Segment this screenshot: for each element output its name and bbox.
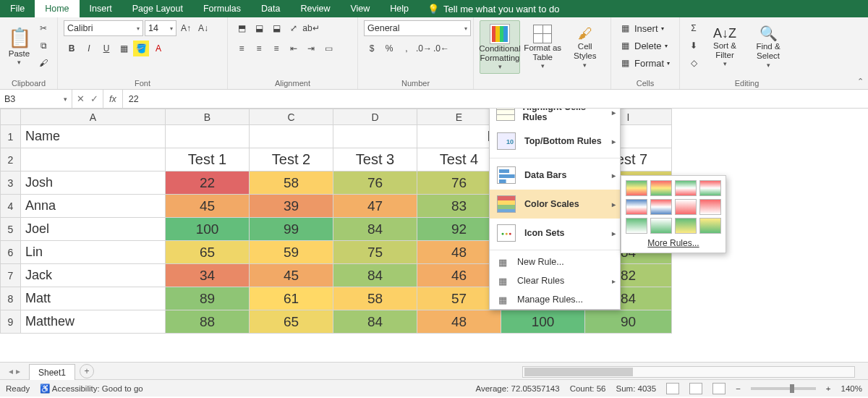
- tab-page-layout[interactable]: Page Layout: [122, 0, 193, 17]
- scale-yellow-green[interactable]: [699, 218, 721, 234]
- cell-B5[interactable]: 100: [166, 218, 250, 241]
- zoom-level[interactable]: 140%: [841, 384, 862, 393]
- percent-button[interactable]: %: [381, 41, 397, 56]
- tab-help[interactable]: Help: [380, 0, 419, 17]
- align-bottom-button[interactable]: ⬓: [268, 20, 284, 36]
- row-header-7[interactable]: 7: [1, 264, 21, 287]
- scale-red-white[interactable]: [699, 199, 721, 215]
- increase-decimal-button[interactable]: .0→: [416, 41, 432, 56]
- sheet-nav-buttons[interactable]: ◂ ▸: [0, 366, 29, 376]
- tab-insert[interactable]: Insert: [80, 0, 122, 17]
- zoom-slider[interactable]: [751, 387, 816, 390]
- add-sheet-button[interactable]: +: [80, 364, 94, 378]
- format-painter-button[interactable]: 🖌: [35, 55, 51, 71]
- cut-button[interactable]: ✂: [35, 20, 51, 36]
- font-size-combo[interactable]: 14▾: [145, 20, 176, 36]
- fill-color-button[interactable]: 🪣: [133, 41, 149, 56]
- font-color-button[interactable]: A: [150, 41, 166, 56]
- tab-view[interactable]: View: [340, 0, 380, 17]
- copy-button[interactable]: ⧉: [35, 38, 51, 54]
- merge-button[interactable]: ▭: [320, 41, 336, 56]
- menu-top-bottom[interactable]: 10 Top/Bottom Rules ▸: [490, 127, 620, 156]
- scale-green-white-red[interactable]: [675, 180, 697, 196]
- fill-button[interactable]: ⬇: [686, 38, 702, 54]
- row-header-1[interactable]: 1: [1, 125, 21, 148]
- align-middle-button[interactable]: ⬓: [251, 20, 267, 36]
- cell-C6[interactable]: 59: [250, 241, 333, 264]
- cell-C8[interactable]: 61: [250, 287, 333, 310]
- accessibility-status[interactable]: ♿ Accessibility: Good to go: [40, 384, 142, 394]
- sheet-tab-sheet1[interactable]: Sheet1: [29, 364, 75, 380]
- scale-green-white[interactable]: [626, 218, 647, 234]
- menu-highlight-cells[interactable]: Highlight Cells Rules ▸: [490, 109, 620, 127]
- delete-cells-button[interactable]: ▦Delete▾: [617, 38, 668, 54]
- clear-button[interactable]: ◇: [686, 55, 702, 71]
- format-as-table-button[interactable]: Format as Table ▾: [523, 20, 563, 74]
- accept-formula-button[interactable]: ✓: [90, 93, 98, 104]
- color-scales-more-rules[interactable]: More Rules...: [626, 234, 721, 248]
- scale-green-yellow[interactable]: [675, 218, 697, 234]
- zoom-in-button[interactable]: +: [826, 384, 831, 393]
- scale-red-yellow-green[interactable]: [650, 180, 672, 196]
- row-header-4[interactable]: 4: [1, 195, 21, 218]
- tab-review[interactable]: Review: [290, 0, 340, 17]
- align-right-button[interactable]: ≡: [268, 41, 284, 56]
- cell-C3[interactable]: 58: [250, 172, 333, 195]
- scale-white-red[interactable]: [675, 199, 697, 215]
- menu-data-bars[interactable]: Data Bars ▸: [490, 161, 620, 190]
- cell-H9[interactable]: 100: [501, 310, 585, 334]
- scale-red-white-blue[interactable]: [650, 199, 672, 215]
- cell-B4[interactable]: 45: [166, 195, 250, 218]
- row-header-2[interactable]: 2: [1, 148, 21, 172]
- col-header-A[interactable]: A: [21, 109, 166, 125]
- cell-C5[interactable]: 99: [250, 218, 333, 241]
- font-name-combo[interactable]: Calibri▾: [64, 20, 143, 36]
- col-header-C[interactable]: C: [250, 109, 333, 125]
- menu-clear-rules[interactable]: ▦ Clear Rules ▸: [490, 271, 620, 290]
- scale-red-white-green[interactable]: [699, 180, 721, 196]
- menu-icon-sets[interactable]: ●●● Icon Sets ▸: [490, 219, 620, 247]
- italic-button[interactable]: I: [81, 41, 97, 56]
- format-cells-button[interactable]: ▦Format▾: [617, 55, 670, 71]
- tab-formulas[interactable]: Formulas: [193, 0, 251, 17]
- horizontal-scrollbar[interactable]: [522, 366, 855, 378]
- row-header-5[interactable]: 5: [1, 218, 21, 241]
- cell-C7[interactable]: 45: [250, 264, 333, 287]
- tab-file[interactable]: File: [0, 0, 35, 17]
- sort-filter-button[interactable]: A↓Z Sort & Filter ▾: [705, 20, 745, 74]
- row-header-6[interactable]: 6: [1, 241, 21, 264]
- fx-label[interactable]: fx: [103, 90, 123, 108]
- cell-styles-button[interactable]: 🖌 Cell Styles ▾: [566, 20, 605, 74]
- decrease-font-button[interactable]: A↓: [195, 20, 211, 36]
- tab-data[interactable]: Data: [251, 0, 290, 17]
- currency-button[interactable]: $: [364, 41, 380, 56]
- zoom-out-button[interactable]: −: [736, 384, 741, 393]
- align-top-button[interactable]: ⬒: [234, 20, 250, 36]
- cell-B6[interactable]: 65: [166, 241, 250, 264]
- cell-B7[interactable]: 34: [166, 264, 250, 287]
- insert-cells-button[interactable]: ▦Insert▾: [617, 20, 664, 36]
- cell-B3[interactable]: 22: [166, 172, 250, 195]
- border-button[interactable]: ▦: [116, 41, 132, 56]
- conditional-formatting-button[interactable]: Conditional Formatting ▾: [480, 20, 520, 74]
- cell-D9[interactable]: 84: [333, 310, 417, 334]
- cell-D5[interactable]: 84: [333, 218, 417, 241]
- tell-me[interactable]: 💡 Tell me what you want to do: [419, 0, 568, 17]
- wrap-text-button[interactable]: ab↵: [303, 20, 319, 36]
- find-select-button[interactable]: 🔍 Find & Select ▾: [748, 20, 788, 74]
- increase-font-button[interactable]: A↑: [178, 20, 194, 36]
- cell-C9[interactable]: 65: [250, 310, 333, 334]
- cancel-formula-button[interactable]: ✕: [77, 93, 85, 104]
- cell-I9[interactable]: 90: [585, 310, 672, 334]
- cell-D8[interactable]: 58: [333, 287, 417, 310]
- tab-home[interactable]: Home: [35, 0, 79, 17]
- name-box[interactable]: B3 ▾: [0, 90, 72, 108]
- worksheet-grid[interactable]: ABCDEHI1NameR2Test 1Test 2Test 3Test 4Te…: [0, 109, 868, 362]
- view-normal-button[interactable]: [666, 383, 679, 394]
- cell-D6[interactable]: 75: [333, 241, 417, 264]
- cell-D7[interactable]: 84: [333, 264, 417, 287]
- cell-D4[interactable]: 47: [333, 195, 417, 218]
- row-header-9[interactable]: 9: [1, 310, 21, 334]
- scale-white-green[interactable]: [650, 218, 672, 234]
- align-left-button[interactable]: ≡: [234, 41, 250, 56]
